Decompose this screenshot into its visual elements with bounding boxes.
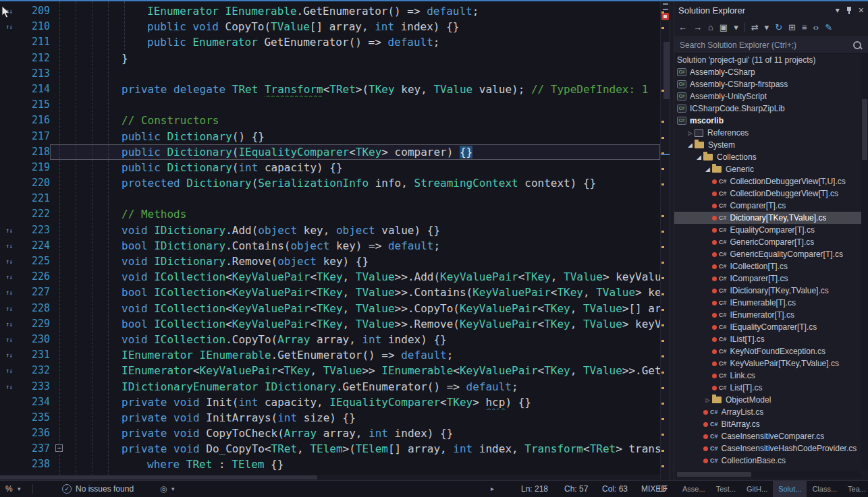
line-number[interactable]: 226 [18, 269, 50, 285]
notifications-caret-icon[interactable]: ▾ [171, 481, 175, 497]
line-number[interactable]: 209 [18, 3, 50, 19]
zoom-caret-icon[interactable]: ▾ [18, 481, 21, 497]
show-all-files-icon[interactable]: ≡ [802, 19, 807, 36]
home-icon[interactable]: ⌂ [708, 19, 713, 36]
breakpoint-margin[interactable] [0, 426, 18, 441]
code-area[interactable]: ↑↓209IEnumerator IEnumerable.GetEnumerat… [0, 1, 660, 480]
line-number[interactable]: 234 [18, 394, 50, 410]
window-position-chevron-icon[interactable]: ▾ [836, 1, 840, 19]
member-arrows-icon[interactable]: ↑↓ [0, 379, 18, 394]
code-line-content[interactable]: IDictionaryEnumerator IDictionary.GetEnu… [50, 379, 660, 394]
code-line-content[interactable]: IEnumerator<KeyValuePair<TKey, TValue>> … [50, 363, 660, 378]
line-number[interactable]: 212 [18, 51, 50, 66]
scroll-right-icon[interactable]: ▸ [491, 481, 494, 497]
breakpoint-margin[interactable] [0, 144, 18, 160]
notifications-icon[interactable]: ◎ [160, 481, 167, 497]
code-line[interactable]: 222// Methods [0, 206, 660, 222]
breakpoint-margin[interactable] [0, 129, 18, 144]
tree-vertical-scrollbar[interactable] [861, 54, 868, 469]
code-line[interactable]: 234private void Init(int capacity, IEqua… [0, 394, 660, 410]
tree-item[interactable]: C#IComparer[T].cs [674, 272, 861, 285]
code-line[interactable]: 237−private void Do_CopyTo<TRet, TElem>(… [0, 441, 660, 457]
breakpoint-margin[interactable] [0, 441, 18, 457]
tree-item[interactable]: C#IEnumerator[T].cs [674, 309, 861, 321]
code-line[interactable]: ↑↓210public void CopyTo(TValue[] array, … [0, 19, 660, 34]
properties-icon[interactable]: ✎ [825, 19, 832, 36]
member-arrows-icon[interactable]: ↑↓ [0, 332, 18, 347]
code-line[interactable]: ↑↓233IDictionaryEnumerator IDictionary.G… [0, 379, 660, 394]
sync-with-active-document-icon[interactable]: ⇄ [751, 19, 759, 36]
code-line[interactable]: 221 [0, 191, 660, 206]
tree-item[interactable]: C#List[T].cs [674, 382, 861, 394]
tree-item[interactable]: C#Assembly-UnityScript [674, 90, 861, 103]
code-line[interactable]: ↑↓232IEnumerator<KeyValuePair<TKey, TVal… [0, 363, 660, 378]
tree-horizontal-scrollbar-thumb[interactable] [677, 472, 751, 477]
breakpoint-margin[interactable] [0, 457, 18, 472]
breakpoint-margin[interactable] [0, 410, 18, 426]
line-number[interactable]: 222 [18, 206, 50, 222]
code-line-content[interactable]: private void InitArrays(int size) {} [50, 410, 660, 426]
tree-item[interactable]: C#GenericComparer[T].cs [674, 236, 861, 248]
code-editor[interactable]: ↑↓209IEnumerator IEnumerable.GetEnumerat… [0, 1, 660, 480]
member-arrows-icon[interactable]: ↑↓ [0, 347, 18, 363]
code-line-content[interactable]: bool ICollection<KeyValuePair<TKey, TVal… [50, 285, 660, 300]
expander-expanded-icon[interactable]: ◢ [703, 166, 712, 173]
tree-item[interactable]: C#CaseInsensitiveHashCodeProvider.cs [674, 442, 861, 455]
line-number[interactable]: 227 [18, 285, 50, 300]
code-line-content[interactable]: // Methods [50, 206, 660, 222]
panel-tab[interactable]: Test... [711, 481, 741, 497]
tree-item[interactable]: C#Link.cs [674, 370, 861, 382]
code-line[interactable]: 213 [0, 66, 660, 82]
code-line-content[interactable]: void ICollection.CopyTo(Array array, int… [50, 332, 660, 347]
breakpoint-margin[interactable] [0, 34, 18, 50]
line-number[interactable]: 216 [18, 113, 50, 128]
code-line-content[interactable]: private void CopyToCheck(Array array, in… [50, 426, 660, 441]
panel-splitter[interactable] [670, 1, 674, 480]
line-number[interactable]: 223 [18, 223, 50, 238]
vertical-scrollbar[interactable] [660, 1, 670, 480]
tree-item[interactable]: C#CollectionDebuggerView[T,U].cs [674, 175, 861, 187]
collapse-all-icon[interactable]: ⊞ [788, 19, 796, 36]
panel-tab[interactable]: Class... [807, 481, 842, 497]
code-line-content[interactable]: // Constructors [50, 113, 660, 128]
tree-item[interactable]: C#IDictionary[TKey,TValue].cs [674, 285, 861, 297]
code-line[interactable]: ↑↓224bool IDictionary.Contains(object ke… [0, 238, 660, 254]
member-arrows-icon[interactable]: ↑↓ [0, 254, 18, 269]
member-arrows-icon[interactable]: ↑↓ [0, 269, 18, 285]
expander-collapsed-icon[interactable]: ▷ [686, 130, 695, 136]
code-line-content[interactable]: IEnumerator IEnumerable.GetEnumerator() … [50, 347, 660, 363]
code-line[interactable]: 220protected Dictionary(SerializationInf… [0, 175, 660, 191]
code-line-content[interactable]: public Dictionary(int capacity) {} [50, 160, 660, 175]
code-line-content[interactable]: IEnumerator IEnumerable.GetEnumerator() … [50, 3, 660, 19]
breakpoint-margin[interactable] [0, 97, 18, 113]
line-number[interactable]: 219 [18, 160, 50, 175]
switch-views-caret-icon[interactable]: ▾ [734, 19, 738, 36]
tree-item[interactable]: C#Assembly-CSharp-firstpass [674, 78, 861, 90]
code-line-content[interactable]: public void CopyTo(TValue[] array, int i… [50, 19, 660, 34]
code-line[interactable]: ↑↓230void ICollection.CopyTo(Array array… [0, 332, 660, 347]
tree-item[interactable]: C#KeyNotFoundException.cs [674, 345, 861, 357]
expander-collapsed-icon[interactable]: ▷ [703, 397, 712, 403]
expander-expanded-icon[interactable]: ◢ [695, 154, 703, 160]
member-arrows-icon[interactable]: ↑↓ [0, 285, 18, 300]
code-line[interactable]: ↑↓209IEnumerator IEnumerable.GetEnumerat… [0, 3, 660, 19]
code-line[interactable]: ↑↓229bool ICollection<KeyValuePair<TKey,… [0, 316, 660, 332]
line-number[interactable]: 213 [18, 66, 50, 82]
tree-item[interactable]: C#CaseInsensitiveComparer.cs [674, 430, 861, 442]
code-line-content[interactable]: void ICollection<KeyValuePair<TKey, TVal… [50, 301, 660, 316]
expander-expanded-icon[interactable]: ◢ [686, 142, 695, 148]
line-number[interactable]: 238 [18, 457, 50, 472]
tree-item[interactable]: C#IList[T].cs [674, 333, 861, 345]
tree-item[interactable]: C#IEqualityComparer[T].cs [674, 321, 861, 333]
breakpoint-margin[interactable] [0, 191, 18, 206]
breakpoint-margin[interactable] [0, 206, 18, 222]
line-number[interactable]: 232 [18, 363, 50, 378]
error-indicator-icon[interactable] [661, 13, 669, 20]
breakpoint-margin[interactable] [0, 113, 18, 128]
line-number[interactable]: 233 [18, 379, 50, 394]
panel-tab[interactable]: Asse... [677, 481, 711, 497]
line-number[interactable]: 235 [18, 410, 50, 426]
line-number[interactable]: 214 [18, 82, 50, 97]
splitter-grip-icon[interactable] [663, 3, 668, 10]
breakpoint-margin[interactable] [0, 66, 18, 82]
